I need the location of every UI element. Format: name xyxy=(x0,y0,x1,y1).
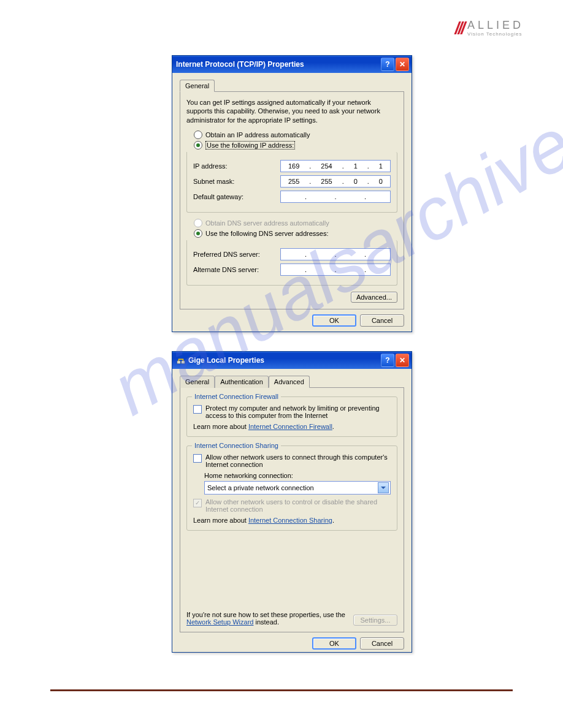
footer-rule xyxy=(50,689,513,691)
radio-icon xyxy=(194,229,202,238)
radio-use-dns[interactable]: Use the following DNS server addresses: xyxy=(194,229,397,238)
sharing-link[interactable]: Internet Connection Sharing xyxy=(248,517,332,524)
subnet-mask-label: Subnet mask: xyxy=(193,178,280,185)
preferred-dns-label: Preferred DNS server: xyxy=(193,251,280,258)
sharing-group: Internet Connection Sharing Allow other … xyxy=(186,446,397,531)
ip-octet: 1 xyxy=(354,162,358,170)
period: . xyxy=(332,517,334,524)
dialog-title: Internet Protocol (TCP/IP) Properties xyxy=(176,60,381,69)
help-button[interactable]: ? xyxy=(381,354,394,367)
svg-rect-0 xyxy=(177,361,180,363)
footer-prefix: If you're not sure how to set these prop… xyxy=(186,611,345,618)
tcpip-properties-dialog: Internet Protocol (TCP/IP) Properties ? … xyxy=(172,55,412,332)
tab-authentication[interactable]: Authentication xyxy=(215,376,269,388)
default-gateway-label: Default gateway: xyxy=(193,193,280,200)
firewall-learn-more: Learn more about Internet Connection Fir… xyxy=(193,423,391,430)
sharing-learn-more: Learn more about Internet Connection Sha… xyxy=(193,517,391,524)
radio-label: Obtain an IP address automatically xyxy=(205,131,310,138)
ip-address-label: IP address: xyxy=(193,162,280,170)
firewall-group: Internet Connection Firewall Protect my … xyxy=(186,396,397,437)
titlebar: Internet Protocol (TCP/IP) Properties ? … xyxy=(172,56,412,73)
description-text: You can get IP settings assigned automat… xyxy=(186,98,397,124)
checkbox-icon xyxy=(193,454,202,463)
dialog-title: Gige Local Properties xyxy=(188,356,381,365)
logo-tagline: Vision Technologies xyxy=(467,32,524,37)
learn-more-prefix: Learn more about xyxy=(193,423,248,430)
radio-icon xyxy=(194,131,202,139)
learn-more-prefix: Learn more about xyxy=(193,517,248,524)
checkbox-label: Protect my computer and network by limit… xyxy=(205,404,391,419)
tab-advanced[interactable]: Advanced xyxy=(269,376,310,388)
ip-octet: 255 xyxy=(288,178,299,185)
wizard-link[interactable]: Network Setup Wizard xyxy=(186,618,253,626)
ip-octet: 1 xyxy=(379,162,383,170)
radio-label: Use the following DNS server addresses: xyxy=(205,230,329,237)
preferred-dns-input[interactable]: . . . xyxy=(280,248,391,260)
logo-brand: ALLIED xyxy=(467,20,524,31)
radio-label: Obtain DNS server address automatically xyxy=(205,219,329,227)
alternate-dns-label: Alternate DNS server: xyxy=(193,266,280,273)
ip-octet: 0 xyxy=(379,178,383,185)
radio-icon xyxy=(194,141,202,150)
radio-use-ip[interactable]: Use the following IP address: xyxy=(194,141,397,150)
ok-button[interactable]: OK xyxy=(312,637,356,650)
sharing-group-title: Internet Connection Sharing xyxy=(192,442,281,449)
close-button[interactable]: ✕ xyxy=(396,58,409,71)
ip-address-input[interactable]: 169. 254. 1. 1 xyxy=(280,160,391,172)
firewall-checkbox-row[interactable]: Protect my computer and network by limit… xyxy=(193,404,391,419)
titlebar: Gige Local Properties ? ✕ xyxy=(172,352,412,369)
default-gateway-input[interactable]: . . . xyxy=(280,191,391,203)
ip-octet: 255 xyxy=(321,178,332,185)
ip-octet: 0 xyxy=(354,178,358,185)
firewall-group-title: Internet Connection Firewall xyxy=(192,393,281,400)
radio-label: Use the following IP address: xyxy=(205,141,295,150)
help-button[interactable]: ? xyxy=(381,58,394,71)
home-networking-label: Home networking connection: xyxy=(204,472,391,479)
checkbox-icon xyxy=(193,405,202,414)
ip-octet: 254 xyxy=(321,162,332,170)
select-value: Select a private network connection xyxy=(207,484,378,491)
tab-general[interactable]: General xyxy=(180,80,215,92)
gige-local-properties-dialog: Gige Local Properties ? ✕ General Authen… xyxy=(172,351,412,653)
radio-obtain-dns: Obtain DNS server address automatically xyxy=(194,219,397,227)
alternate-dns-input[interactable]: . . . xyxy=(280,264,391,276)
tab-general[interactable]: General xyxy=(180,376,215,388)
ok-button[interactable]: OK xyxy=(312,314,356,327)
control-checkbox-row: Allow other network users to control or … xyxy=(193,498,391,513)
radio-icon xyxy=(194,219,202,227)
cancel-button[interactable]: Cancel xyxy=(360,314,404,327)
brand-logo: /// ALLIED Vision Technologies xyxy=(455,18,524,38)
radio-obtain-ip[interactable]: Obtain an IP address automatically xyxy=(194,131,397,139)
sharing-checkbox-row[interactable]: Allow other network users to connect thr… xyxy=(193,453,391,468)
advanced-button[interactable]: Advanced... xyxy=(351,292,397,303)
firewall-link[interactable]: Internet Connection Firewall xyxy=(248,423,332,430)
chevron-down-icon xyxy=(378,482,389,493)
cancel-button[interactable]: Cancel xyxy=(360,637,404,650)
footer-suffix: instead. xyxy=(253,618,279,626)
network-icon xyxy=(176,355,186,365)
svg-rect-1 xyxy=(182,361,185,363)
settings-button: Settings... xyxy=(353,615,397,626)
close-button[interactable]: ✕ xyxy=(396,354,409,367)
period: . xyxy=(332,423,334,430)
ip-octet: 169 xyxy=(288,162,299,170)
subnet-mask-input[interactable]: 255. 255. 0. 0 xyxy=(280,175,391,188)
footer-help-text: If you're not sure how to set these prop… xyxy=(186,611,348,626)
checkbox-label: Allow other network users to connect thr… xyxy=(205,453,391,468)
checkbox-label: Allow other network users to control or … xyxy=(205,498,391,513)
home-networking-select[interactable]: Select a private network connection xyxy=(204,481,391,495)
logo-slashes-icon: /// xyxy=(455,18,464,38)
checkbox-icon xyxy=(193,499,202,507)
